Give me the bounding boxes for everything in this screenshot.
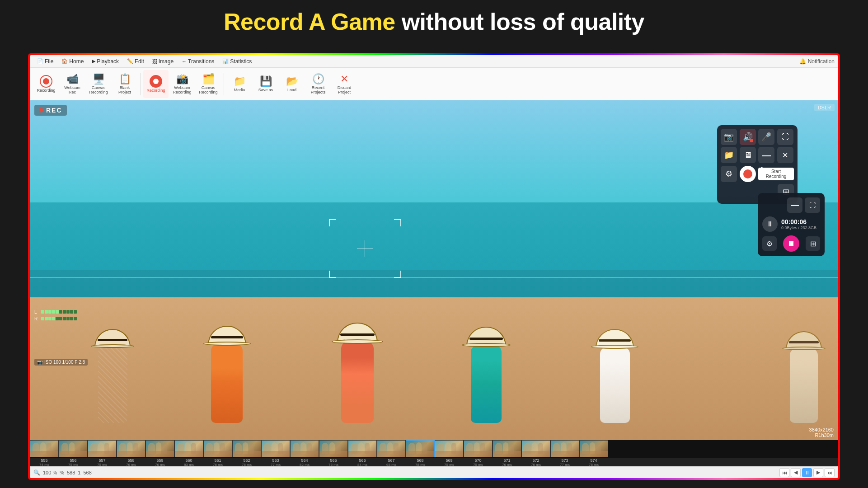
coord-x: 588 — [67, 470, 75, 475]
tool-save-as[interactable]: 💾 Save as — [253, 70, 278, 98]
tool-canvas-recording2[interactable]: 🗂️ Canvas Recording — [196, 70, 221, 98]
tool-media[interactable]: 📁 Media — [227, 70, 252, 98]
menu-item-file[interactable]: 📄 File — [33, 57, 57, 66]
frame-label: 55775 ms — [88, 458, 117, 466]
panel-screenshot-btn[interactable]: 📷 — [721, 129, 737, 145]
main-content: REC DSLR — [30, 100, 838, 440]
rec-indicator: REC — [34, 105, 67, 116]
panel-main-record-btn[interactable] — [740, 166, 756, 182]
panel2-pause-btn[interactable]: ⏸ — [762, 216, 778, 232]
film-frame[interactable] — [290, 440, 319, 457]
film-frame[interactable] — [493, 440, 521, 457]
person-2 — [208, 326, 246, 423]
headline-white: without loss of quality — [395, 9, 644, 35]
person-5 — [596, 329, 634, 423]
filmstrip — [30, 440, 838, 458]
panel2-grid-btn[interactable]: ⊞ — [806, 236, 820, 251]
film-frame[interactable] — [88, 440, 117, 457]
start-recording-tooltip: Start Recording — [758, 168, 794, 180]
tool-recording2[interactable]: Recording — [143, 70, 169, 98]
toolbar-separator-2 — [224, 73, 224, 95]
frame-label: 56276 ms — [232, 458, 261, 466]
frame-label: 56878 ms — [406, 458, 435, 466]
menu-item-image[interactable]: 🖼 Image — [149, 57, 177, 66]
playback-icon: ▶ — [92, 58, 95, 64]
tool-canvas2-label: Canvas Recording — [197, 85, 219, 94]
nav-first[interactable]: ⏮ — [779, 468, 789, 477]
zoom-percent: 100 % — [43, 470, 57, 475]
panel2-stop-btn[interactable]: ⏹ — [783, 235, 799, 252]
tool-discard-project[interactable]: ✕ Discard Project — [332, 70, 357, 98]
film-frame[interactable] — [232, 440, 261, 457]
person-6 — [786, 331, 822, 423]
frame-label: 56482 ms — [290, 458, 319, 466]
film-frame[interactable] — [203, 440, 232, 457]
film-frame[interactable] — [406, 440, 435, 457]
sand-bg — [30, 297, 838, 440]
panel-settings-btn[interactable]: ⚙ — [721, 166, 737, 182]
tool-recording[interactable]: Recording — [33, 70, 59, 98]
frame-label: 56768 ms — [377, 458, 406, 466]
frame-label: 56083 ms — [174, 458, 203, 466]
tool-webcam-rec[interactable]: 📹 Webcam Rec — [60, 70, 85, 98]
film-frame[interactable] — [174, 440, 203, 457]
menu-item-playback[interactable]: ▶ Playback — [88, 57, 122, 66]
tool-webcam-recording2[interactable]: 📸 Webcam Recording — [169, 70, 195, 98]
panel-mic-btn[interactable]: 🎤 — [758, 129, 774, 145]
nav-last[interactable]: ⏭ — [825, 468, 835, 477]
toolbar-separator-1 — [140, 73, 141, 95]
menu-item-statistics[interactable]: 📊 Statistics — [219, 57, 255, 66]
tool-media-label: Media — [234, 88, 245, 92]
frame-label: 57176 ms — [493, 458, 521, 466]
frame-label: 56684 ms — [348, 458, 377, 466]
app-container: 📄 File 🏠 Home ▶ Playback ✏️ Edit 🖼 Image… — [30, 55, 838, 478]
film-frame[interactable] — [464, 440, 493, 457]
panel-monitor-btn[interactable]: 🖥 — [740, 147, 756, 163]
tool-blank-project[interactable]: 📋 Blank Project — [112, 70, 137, 98]
menu-item-home[interactable]: 🏠 Home — [58, 57, 87, 66]
resolution-bottom: 3840x2160 R1h30m — [809, 427, 834, 438]
panel2-gear-btn[interactable]: ⚙ — [762, 236, 777, 251]
save-as-icon: 💾 — [260, 75, 272, 87]
panel2-minus-btn[interactable]: — — [787, 197, 802, 213]
tool-load[interactable]: 📂 Load — [279, 70, 305, 98]
film-frame[interactable] — [30, 440, 59, 457]
timer-value: 00:00:06 — [781, 218, 816, 225]
camera-info: 📷 ISO 100 1/100 F 2.8 — [34, 359, 88, 366]
frame-label: 56975 ms — [435, 458, 464, 466]
film-frame[interactable] — [435, 440, 464, 457]
tool-load-label: Load — [287, 88, 296, 92]
horizon — [30, 277, 838, 278]
panel-minimize-btn[interactable]: — — [758, 147, 774, 163]
tool-canvas-label: Canvas Recording — [88, 85, 109, 94]
camera-info-text: ISO 100 1/100 F 2.8 — [44, 360, 85, 365]
tool-recent-projects[interactable]: 🕐 Recent Projects — [305, 70, 331, 98]
tool-canvas-recording[interactable]: 🖥️ Canvas Recording — [86, 70, 111, 98]
menu-bar: 📄 File 🏠 Home ▶ Playback ✏️ Edit 🖼 Image… — [30, 55, 838, 68]
nav-pause-play[interactable]: ⏸ — [802, 468, 812, 477]
film-frame[interactable] — [377, 440, 406, 457]
panel-close-btn[interactable]: ✕ — [777, 147, 793, 163]
film-frame[interactable] — [319, 440, 348, 457]
timeline: 55574 ms55675 ms55775 ms55876 ms55976 ms… — [30, 440, 838, 466]
film-frame[interactable] — [261, 440, 290, 457]
app-wrapper: 📄 File 🏠 Home ▶ Playback ✏️ Edit 🖼 Image… — [28, 53, 840, 480]
panel-folder-btn[interactable]: 📁 — [721, 147, 737, 163]
person-3 — [337, 323, 378, 423]
film-frame[interactable] — [145, 440, 174, 457]
panel2-expand-btn[interactable]: ⛶ — [805, 197, 820, 213]
panel-audio-btn[interactable]: 🔊 — [740, 129, 756, 145]
film-frame[interactable] — [59, 440, 88, 457]
film-frame[interactable] — [521, 440, 550, 457]
film-frame[interactable] — [348, 440, 377, 457]
film-frame[interactable] — [117, 440, 145, 457]
film-frame[interactable] — [579, 440, 608, 457]
headline-yellow: Record A Game — [224, 9, 395, 35]
menu-item-edit[interactable]: ✏️ Edit — [123, 57, 148, 66]
panel-fullscreen-btn[interactable]: ⛶ — [777, 129, 793, 145]
nav-next[interactable]: ▶ — [813, 468, 823, 477]
nav-prev[interactable]: ◀ — [791, 468, 801, 477]
status-bar: 🔍 100 % % 588 1 568 ⏮ ◀ ⏸ ▶ ⏭ — [30, 466, 838, 478]
film-frame[interactable] — [550, 440, 579, 457]
menu-item-transitions[interactable]: ↔ Transitions — [178, 57, 218, 66]
